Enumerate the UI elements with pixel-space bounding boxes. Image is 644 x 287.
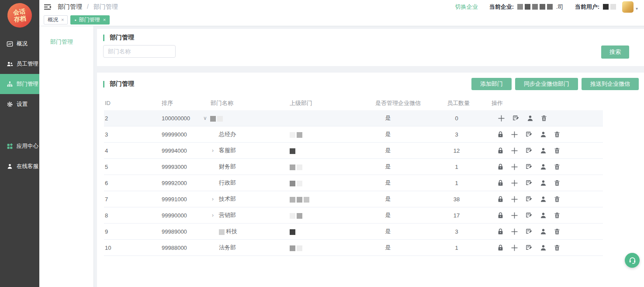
edit-icon[interactable] <box>526 147 533 154</box>
cell-operations <box>486 228 603 235</box>
add-child-icon[interactable] <box>511 228 518 235</box>
chevron-down-icon[interactable]: ▾ <box>636 6 638 11</box>
add-child-icon[interactable] <box>511 179 518 187</box>
members-icon[interactable] <box>540 164 547 170</box>
delete-icon[interactable] <box>554 228 560 235</box>
breadcrumb-section[interactable]: 部门管理 <box>58 3 82 10</box>
org-chart-icon <box>7 81 13 88</box>
col-dept-name: 部门名称 <box>202 99 281 107</box>
members-icon[interactable] <box>540 245 547 251</box>
cell-operations <box>486 212 603 219</box>
sync-wecom-departments-button[interactable]: 同步企业微信部门 <box>515 78 578 90</box>
current-user[interactable]: 当前用户: ▾ <box>575 1 638 13</box>
delete-icon[interactable] <box>554 131 560 138</box>
table-header: ID 排序 部门名称 上级部门 是否管理企业微信 员工数量 操作 <box>104 96 603 110</box>
add-child-icon[interactable] <box>511 196 518 203</box>
lock-icon[interactable] <box>498 196 503 203</box>
cell-id: 5 <box>104 164 161 170</box>
edit-icon[interactable] <box>526 196 533 203</box>
edit-icon[interactable] <box>526 179 533 186</box>
switch-company-link[interactable]: 切换企业 <box>455 3 478 11</box>
edit-icon[interactable] <box>526 212 533 219</box>
tab-overview[interactable]: 概况 × <box>44 15 68 24</box>
table-row[interactable]: 5 99993000 财务部 <box>104 159 603 175</box>
tab-departments[interactable]: ● 部门管理 × <box>70 15 110 24</box>
lock-icon[interactable] <box>498 180 503 186</box>
expand-caret-icon[interactable]: › <box>212 147 219 154</box>
push-to-wecom-button[interactable]: 推送到企业微信 <box>582 78 639 90</box>
add-child-icon[interactable] <box>511 163 518 171</box>
cell-dept-name: 法务部 <box>202 244 281 252</box>
sidebar-item-employees[interactable]: 员工管理 <box>0 54 39 74</box>
add-child-icon[interactable] <box>511 212 518 219</box>
table-row[interactable]: 3 99999000 总经办 <box>104 126 603 143</box>
table-row[interactable]: 9 99989000 科技 <box>104 224 603 240</box>
table-row[interactable]: 7 99991000 › 技术部 <box>104 191 603 207</box>
edit-icon[interactable] <box>526 244 533 251</box>
edit-icon[interactable] <box>512 115 519 122</box>
add-child-icon[interactable] <box>511 131 518 138</box>
dept-name-text: 行政部 <box>219 179 236 187</box>
members-icon[interactable] <box>540 131 547 138</box>
sidebar-item-departments[interactable]: 部门管理 <box>0 74 39 94</box>
table-row[interactable]: 6 99992000 行政部 <box>104 175 603 191</box>
delete-icon[interactable] <box>554 245 560 251</box>
add-child-icon[interactable] <box>511 147 518 154</box>
lock-icon[interactable] <box>498 131 503 138</box>
dept-name-input[interactable] <box>103 45 176 58</box>
delete-icon[interactable] <box>554 164 560 170</box>
table-row[interactable]: 2 100000000 ∨ <box>104 110 603 126</box>
expand-caret-icon[interactable]: › <box>212 212 219 218</box>
sidebar-item-overview[interactable]: 概况 <box>0 34 39 54</box>
lock-icon[interactable] <box>498 228 503 235</box>
cell-operations <box>486 131 603 138</box>
tab-label: 概况 <box>48 16 58 24</box>
cell-sort: 99989000 <box>161 228 202 235</box>
delete-icon[interactable] <box>554 180 560 186</box>
sidebar-item-settings[interactable]: 设置 <box>0 94 39 114</box>
expand-caret-icon[interactable]: › <box>212 196 219 202</box>
avatar[interactable] <box>622 1 634 13</box>
delete-icon[interactable] <box>541 115 547 122</box>
members-icon[interactable] <box>527 115 533 122</box>
expand-caret-icon[interactable]: ∨ <box>203 115 210 121</box>
dept-name-text: 财务部 <box>219 163 236 171</box>
lock-icon[interactable] <box>498 212 503 219</box>
sidebar-item-app-center[interactable]: 应用中心 <box>0 136 39 156</box>
close-icon[interactable]: × <box>61 17 64 22</box>
cell-operations <box>486 163 603 171</box>
edit-icon[interactable] <box>526 131 533 138</box>
members-icon[interactable] <box>540 196 547 203</box>
sidebar-item-online-support[interactable]: 在线客服 <box>0 156 39 176</box>
add-child-icon[interactable] <box>498 115 505 122</box>
add-department-button[interactable]: 添加部门 <box>471 78 512 90</box>
col-parent-dept: 上级部门 <box>281 99 373 107</box>
delete-icon[interactable] <box>554 196 560 203</box>
edit-icon[interactable] <box>526 163 533 170</box>
search-button[interactable]: 搜索 <box>601 46 629 59</box>
customer-service-button[interactable] <box>625 253 640 268</box>
users-icon <box>7 61 13 67</box>
redacted-parent-blocks <box>290 196 311 202</box>
redacted-parent-blocks <box>290 131 304 137</box>
members-icon[interactable] <box>540 212 547 219</box>
members-icon[interactable] <box>540 147 547 154</box>
table-row[interactable]: 8 99990000 › 营销部 <box>104 207 603 224</box>
lock-icon[interactable] <box>498 147 503 154</box>
table-row[interactable]: 4 99994000 › 客服部 <box>104 143 603 159</box>
edit-icon[interactable] <box>526 228 533 235</box>
lock-icon[interactable] <box>498 245 503 251</box>
table-row[interactable]: 10 99988000 法务部 <box>104 240 603 256</box>
members-icon[interactable] <box>540 180 547 186</box>
headset-icon <box>628 256 637 265</box>
cell-operations <box>486 196 603 203</box>
members-icon[interactable] <box>540 228 547 235</box>
collapse-sidebar-icon[interactable] <box>44 4 52 10</box>
close-icon[interactable]: × <box>103 17 106 22</box>
add-child-icon[interactable] <box>511 244 518 252</box>
delete-icon[interactable] <box>554 147 560 154</box>
subnav-item-departments[interactable]: 部门管理 <box>39 26 93 46</box>
cell-employee-count: 1 <box>429 245 486 251</box>
delete-icon[interactable] <box>554 212 560 219</box>
lock-icon[interactable] <box>498 164 503 170</box>
